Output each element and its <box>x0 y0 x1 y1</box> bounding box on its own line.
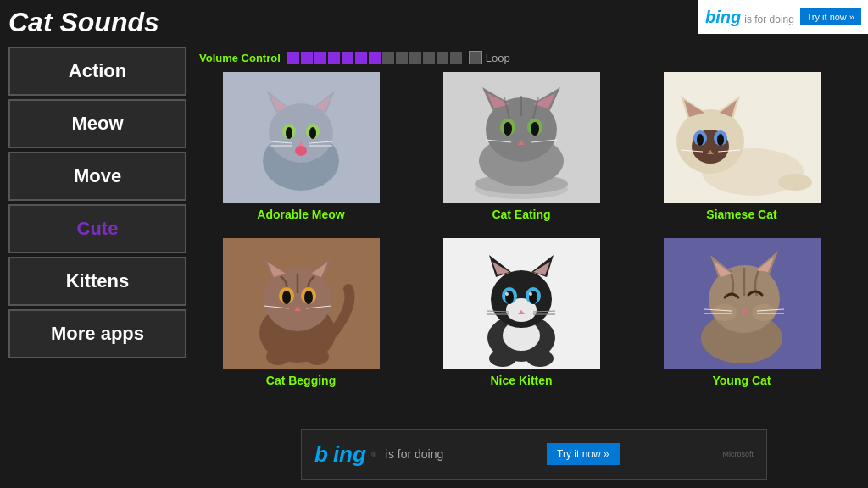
cat-card-siamese-cat[interactable]: Siamese Cat <box>640 72 843 221</box>
cat-name-siamese-cat: Siamese Cat <box>706 208 776 221</box>
volume-label: Volume Control <box>199 52 281 64</box>
vol-seg-6[interactable] <box>355 52 367 64</box>
svg-point-62 <box>304 291 313 304</box>
cat-image-young-cat <box>664 238 821 369</box>
cat-name-cat-eating: Cat Eating <box>492 208 550 221</box>
svg-point-12 <box>295 146 307 156</box>
vol-seg-7[interactable] <box>369 52 381 64</box>
bing-bottom-try-button[interactable]: Try it now » <box>547 443 620 465</box>
sidebar-item-cute[interactable]: Cute <box>8 204 186 253</box>
cat-card-adorable-meow[interactable]: Adorable Meow <box>199 72 403 221</box>
cat-card-cat-begging[interactable]: Cat Begging <box>199 238 403 387</box>
sidebar: Action Meow Move Cute Kittens More apps <box>8 47 186 358</box>
bing-top-try-button[interactable]: Try it now » <box>800 8 861 25</box>
volume-segments[interactable] <box>287 52 462 64</box>
svg-point-67 <box>305 348 329 365</box>
cat-name-young-cat: Young Cat <box>713 374 771 387</box>
cat-card-young-cat[interactable]: Young Cat <box>640 238 843 387</box>
sidebar-item-move[interactable]: Move <box>8 152 186 201</box>
loop-checkbox[interactable] <box>469 51 482 64</box>
svg-point-88 <box>489 350 516 367</box>
bing-top-logo: bingis for doing <box>705 8 794 27</box>
svg-point-66 <box>266 348 290 365</box>
bing-bottom-slogan: is for doing <box>386 447 443 461</box>
svg-point-100 <box>752 304 776 321</box>
svg-point-10 <box>309 127 316 139</box>
cat-image-adorable-meow <box>223 72 380 203</box>
loop-label: Loop <box>486 52 510 64</box>
cat-name-cat-begging: Cat Begging <box>266 374 336 387</box>
vol-seg-11[interactable] <box>423 52 435 64</box>
sidebar-item-more-apps[interactable]: More apps <box>8 309 186 358</box>
vol-seg-12[interactable] <box>437 52 448 64</box>
vol-seg-10[interactable] <box>409 52 421 64</box>
cat-grid: Adorable Meow <box>199 72 843 387</box>
vol-seg-4[interactable] <box>328 52 340 64</box>
vol-seg-1[interactable] <box>287 52 299 64</box>
svg-point-89 <box>526 350 554 367</box>
vol-seg-5[interactable] <box>342 52 353 64</box>
sidebar-item-action[interactable]: Action <box>8 47 186 96</box>
sidebar-item-kittens[interactable]: Kittens <box>8 257 186 306</box>
cat-name-adorable-meow: Adorable Meow <box>257 208 344 221</box>
cat-card-cat-eating[interactable]: Cat Eating <box>420 72 623 221</box>
cat-image-cat-begging <box>223 238 380 369</box>
svg-point-82 <box>529 292 532 296</box>
bing-bottom-logo: bing ® is for doing <box>314 441 443 468</box>
vol-seg-13[interactable] <box>450 52 462 64</box>
cat-image-siamese-cat <box>664 72 821 203</box>
svg-point-29 <box>531 122 539 136</box>
loop-control[interactable]: Loop <box>469 51 510 64</box>
volume-control-area: Volume Control Loop <box>199 51 510 64</box>
svg-point-48 <box>717 134 724 146</box>
svg-point-61 <box>282 291 291 304</box>
cat-name-nice-kitten: Nice Kitten <box>490 374 552 387</box>
vol-seg-9[interactable] <box>396 52 408 64</box>
vol-seg-3[interactable] <box>314 52 326 64</box>
svg-point-38 <box>778 174 812 191</box>
svg-point-47 <box>697 134 704 146</box>
svg-point-28 <box>504 122 512 136</box>
app-title: Cat Sounds <box>8 7 159 38</box>
svg-point-99 <box>713 304 737 321</box>
vol-seg-8[interactable] <box>382 52 394 64</box>
vol-seg-2[interactable] <box>301 52 313 64</box>
svg-point-81 <box>505 292 509 296</box>
sidebar-item-meow[interactable]: Meow <box>8 99 186 148</box>
svg-point-9 <box>286 127 292 139</box>
cat-image-nice-kitten <box>443 238 600 369</box>
bing-bottom-ad: bing ® is for doing Try it now » Microso… <box>301 429 767 480</box>
cat-image-cat-eating <box>443 72 600 203</box>
bing-top-ad: bingis for doing Try it now » <box>698 0 868 34</box>
cat-card-nice-kitten[interactable]: Nice Kitten <box>420 238 623 387</box>
microsoft-label: Microsoft <box>722 450 754 458</box>
